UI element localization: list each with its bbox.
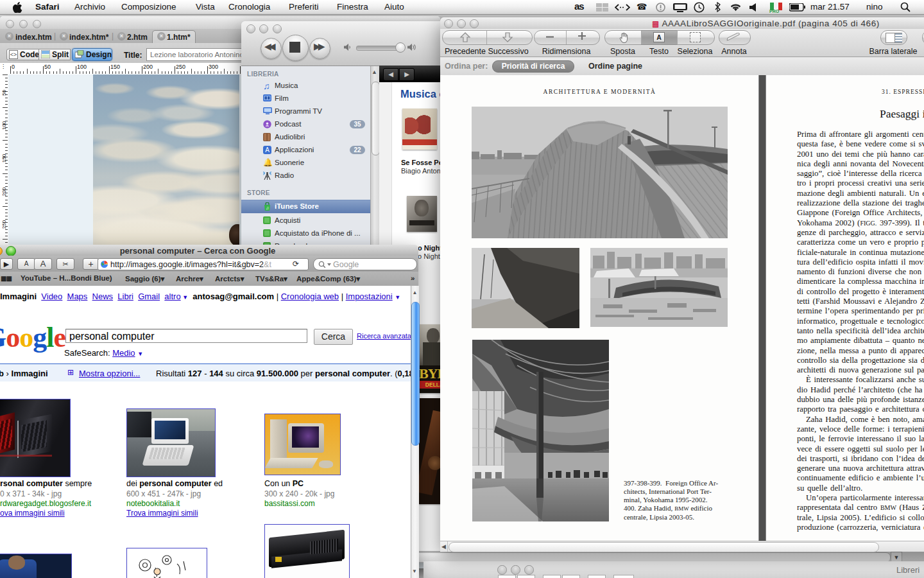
svg-text:♫: ♫ [266,206,269,210]
svg-text:A: A [265,146,270,153]
